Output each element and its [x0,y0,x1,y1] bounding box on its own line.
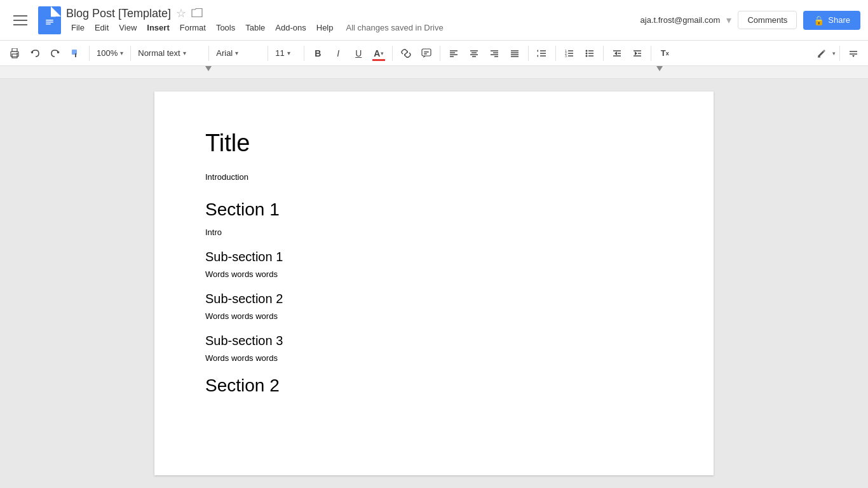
svg-marker-50 [614,51,617,55]
zoom-select[interactable]: 100% ▾ [93,44,126,62]
toolbar-separator-7 [440,46,440,61]
toolbar-separator-12 [839,46,840,61]
user-email: aja.t.frost@gmail.com [641,15,721,25]
editing-mode-arrow[interactable]: ▾ [832,50,836,57]
user-dropdown-icon[interactable]: ▾ [726,14,731,26]
svg-rect-15 [424,51,429,53]
toolbar-separator-4 [268,46,268,61]
svg-point-46 [586,52,588,54]
menu-view[interactable]: View [114,22,142,34]
document-title-text[interactable]: Title [205,130,663,157]
undo-button[interactable] [25,44,44,63]
ruler [0,66,868,79]
fontsize-value: 11 [275,48,284,58]
increase-indent-button[interactable] [628,44,647,63]
toolbar-separator-1 [89,46,90,61]
svg-rect-6 [12,54,17,58]
menu-insert[interactable]: Insert [142,22,174,34]
zoom-arrow: ▾ [120,50,123,57]
paint-format-button[interactable] [66,44,85,63]
section2-heading[interactable]: Section 2 [205,376,663,396]
star-icon[interactable]: ☆ [176,6,186,20]
font-value: Arial [216,48,233,58]
redo-button[interactable] [46,44,65,63]
clear-fmt-label: T [661,48,666,58]
toolbar: 100% ▾ Normal text ▾ Arial ▾ 11 ▾ B I U … [0,41,868,66]
ruler-marks [154,66,714,79]
style-value: Normal text [138,48,180,58]
clear-formatting-button[interactable]: Tx [655,44,674,63]
numbered-list-button[interactable]: 1.2.3. [560,44,579,63]
subsection2-heading[interactable]: Sub-section 2 [205,292,663,306]
editing-mode-button[interactable] [812,44,831,63]
document-title-area: Blog Post [Template] ☆ File Edit View In… [66,6,641,34]
toolbar-separator-6 [392,46,393,61]
section1-heading[interactable]: Section 1 [205,200,663,220]
toolbar-separator-3 [208,46,209,61]
toolbar-separator-5 [304,46,304,61]
menu-help[interactable]: Help [311,22,339,34]
align-left-button[interactable] [444,44,463,63]
link-button[interactable] [397,44,416,63]
insert-comment-button[interactable] [417,44,436,63]
font-arrow: ▾ [235,50,238,57]
docs-logo-icon [38,6,61,34]
fontsize-select[interactable]: 11 ▾ [272,44,300,62]
svg-marker-36 [537,50,538,52]
svg-rect-11 [75,53,76,57]
svg-point-7 [17,53,18,54]
menu-format[interactable]: Format [175,22,211,34]
document-intro[interactable]: Introduction [205,172,663,182]
toolbar-separator-9 [555,46,556,61]
subsection1-body[interactable]: Words words words [205,269,663,279]
toolbar-separator-8 [528,46,529,61]
svg-point-44 [586,50,588,51]
share-label: Share [828,15,850,25]
svg-rect-3 [46,24,51,25]
section1-intro[interactable]: Intro [205,227,663,237]
top-right-area: aja.t.frost@gmail.com ▾ Comments 🔒 Share [641,11,860,30]
italic-button[interactable]: I [329,44,348,63]
svg-rect-58 [818,57,820,58]
svg-rect-5 [12,48,17,51]
menu-file[interactable]: File [66,22,90,34]
comments-button[interactable]: Comments [738,11,797,29]
hamburger-button[interactable] [8,8,33,33]
align-justify-button[interactable] [505,44,524,63]
font-select[interactable]: Arial ▾ [213,44,264,62]
menu-addons[interactable]: Add-ons [270,22,311,34]
svg-text:3.: 3. [565,54,567,58]
subsection2-body[interactable]: Words words words [205,311,663,321]
document-title[interactable]: Blog Post [Template] [66,7,171,20]
folder-icon[interactable] [191,7,203,20]
menu-edit[interactable]: Edit [90,22,114,34]
style-arrow: ▾ [183,50,186,57]
fontsize-arrow: ▾ [287,50,290,57]
subsection3-body[interactable]: Words words words [205,353,663,363]
top-bar: Blog Post [Template] ☆ File Edit View In… [0,0,868,41]
print-button[interactable] [5,44,24,63]
underline-button[interactable]: U [349,44,368,63]
subsection1-heading[interactable]: Sub-section 1 [205,250,663,264]
collapse-toolbar-button[interactable] [844,44,863,63]
svg-line-12 [405,52,407,55]
share-button[interactable]: 🔒 Share [803,11,860,30]
bold-button[interactable]: B [308,44,327,63]
svg-marker-61 [852,55,855,57]
save-status: All changes saved in Drive [346,23,444,32]
align-right-button[interactable] [485,44,504,63]
style-select[interactable]: Normal text ▾ [135,44,205,62]
subsection3-heading[interactable]: Sub-section 3 [205,334,663,348]
bulleted-list-button[interactable] [580,44,599,63]
align-center-button[interactable] [465,44,484,63]
decrease-indent-button[interactable] [607,44,627,63]
ruler-right-indent[interactable] [656,66,663,71]
text-color-button[interactable]: A ▾ [369,44,388,63]
svg-marker-37 [537,55,538,57]
menu-table[interactable]: Table [240,22,270,34]
line-spacing-button[interactable] [532,44,552,63]
toolbar-separator-2 [130,46,131,61]
ruler-left-indent[interactable] [205,66,212,71]
document-area: Title Introduction Section 1 Intro Sub-s… [0,79,868,488]
menu-tools[interactable]: Tools [211,22,240,34]
